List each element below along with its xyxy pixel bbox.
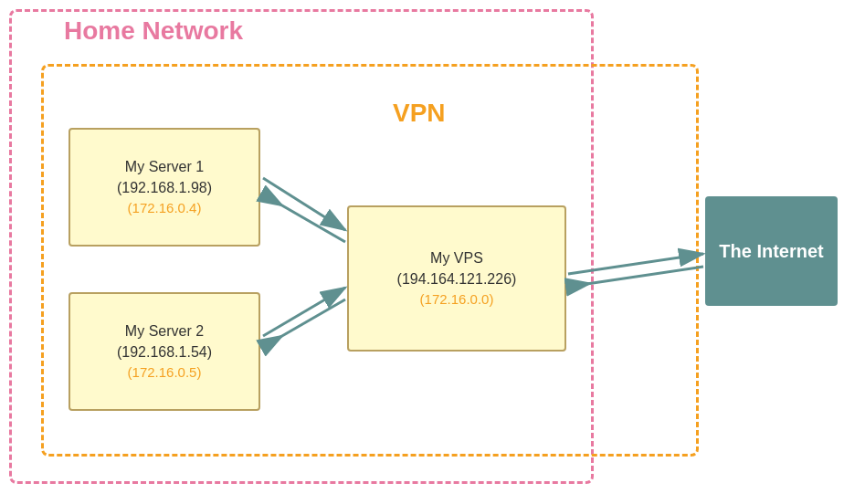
diagram-container: Home Network VPN My Server 1 (192.168.1.… bbox=[0, 0, 865, 504]
server1-vpn-ip: (172.16.0.4) bbox=[128, 198, 202, 217]
server1-box: My Server 1 (192.168.1.98) (172.16.0.4) bbox=[69, 128, 260, 247]
home-network-label: Home Network bbox=[64, 16, 243, 46]
server2-name: My Server 2 (192.168.1.54) bbox=[117, 321, 212, 362]
vpn-label: VPN bbox=[393, 99, 446, 128]
internet-box: The Internet bbox=[705, 196, 838, 306]
vps-box: My VPS (194.164.121.226) (172.16.0.0) bbox=[347, 205, 566, 352]
server2-box: My Server 2 (192.168.1.54) (172.16.0.5) bbox=[69, 292, 260, 411]
vps-vpn-ip: (172.16.0.0) bbox=[420, 289, 494, 309]
server2-vpn-ip: (172.16.0.5) bbox=[128, 362, 202, 382]
vps-name: My VPS (194.164.121.226) bbox=[397, 248, 517, 289]
server1-name: My Server 1 (192.168.1.98) bbox=[117, 157, 212, 198]
internet-label: The Internet bbox=[719, 238, 823, 264]
